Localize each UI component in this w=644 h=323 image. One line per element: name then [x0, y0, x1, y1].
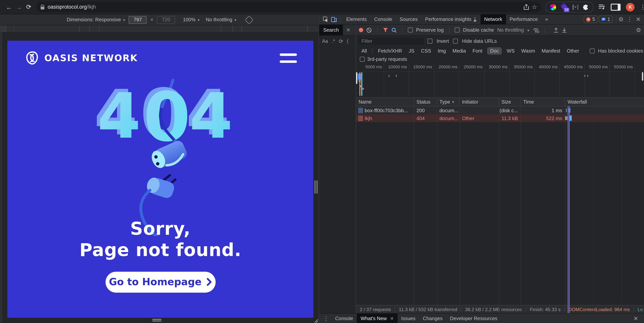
viewport-resize-corner[interactable] — [314, 318, 318, 323]
viewport-resize-handle-right[interactable] — [314, 180, 318, 194]
drawer-menu-icon[interactable]: ⋮ — [323, 315, 329, 322]
drawer-tab-developer-resources[interactable]: Developer Resources — [446, 313, 501, 323]
invert-label: Invert — [436, 38, 449, 44]
filter-chip-all[interactable]: All — [360, 47, 368, 55]
col-waterfall[interactable]: Waterfall — [565, 98, 644, 106]
viewport-width-input[interactable] — [129, 16, 147, 24]
overview-left-handle[interactable] — [356, 72, 357, 84]
filter-chip-fetchxhr[interactable]: Fetch/XHR — [376, 47, 404, 55]
playlist-icon[interactable] — [598, 4, 606, 10]
filter-chip-css[interactable]: CSS — [419, 47, 433, 55]
filter-chip-ws[interactable]: WS — [505, 47, 516, 55]
rotate-viewport-icon[interactable] — [244, 15, 253, 24]
regex-icon[interactable]: .* — [332, 38, 335, 44]
tab-performance[interactable]: Performance — [506, 14, 542, 24]
side-panel-icon[interactable] — [611, 4, 620, 10]
filter-chip-wasm[interactable]: Wasm — [520, 47, 537, 55]
search-network-icon[interactable] — [392, 27, 397, 33]
wallet-extension-icon[interactable]: 18 — [560, 3, 568, 11]
browser-menu-icon[interactable]: ⋮ — [640, 4, 644, 10]
more-tabs-icon[interactable]: » — [542, 14, 552, 24]
third-party-checkbox[interactable] — [360, 57, 365, 62]
clear-icon[interactable] — [366, 27, 372, 33]
devtools-close-icon[interactable]: ✕ — [636, 16, 641, 23]
filter-chip-media[interactable]: Media — [451, 47, 468, 55]
drawer-tab-changes[interactable]: Changes — [419, 313, 446, 323]
throttle-select[interactable]: No throttling ▾ — [206, 17, 236, 23]
devtools-menu-icon[interactable]: ⋮ — [627, 16, 632, 23]
has-blocked-cookies-checkbox[interactable] — [590, 49, 595, 54]
request-row-lkjh[interactable]: lkjh 404 docum... Other 11.3 kB 522 ms — [356, 114, 644, 122]
drawer-close-icon[interactable]: ✕ — [634, 315, 638, 322]
import-icon[interactable] — [554, 27, 558, 33]
overview-scrollbar[interactable] — [642, 72, 643, 81]
menu-hamburger-icon[interactable] — [280, 53, 297, 63]
tab-performance-insights[interactable]: Performance insights — [422, 14, 480, 24]
tab-console[interactable]: Console — [370, 14, 396, 24]
col-size[interactable]: Size — [499, 98, 521, 106]
forward-icon[interactable]: → — [14, 4, 24, 10]
col-status[interactable]: Status — [414, 98, 437, 106]
dimensions-select[interactable]: Dimensions: Responsive ▾ — [67, 17, 125, 23]
zoom-select[interactable]: 100% ▾ — [183, 17, 200, 23]
search-tab[interactable]: Search — [319, 25, 343, 36]
preserve-log-label: Preserve log — [416, 27, 444, 33]
drawer-tab-console[interactable]: Console — [332, 313, 357, 323]
inspect-element-icon[interactable] — [322, 17, 330, 22]
drawer-tab-whats-new[interactable]: What's New ✕ — [357, 313, 398, 323]
bookmark-extension-icon[interactable]: ♥ — [572, 4, 578, 10]
bookmark-star-icon[interactable]: ☆ — [532, 3, 537, 11]
share-icon[interactable] — [524, 4, 529, 10]
search-pane: Search ✕ Aa .* ⟳ ( — [319, 25, 356, 313]
match-case-icon[interactable]: Aa — [322, 38, 328, 44]
go-home-button[interactable]: Go to Homepage — [106, 272, 216, 292]
brand[interactable]: OASIS NETWORK — [25, 51, 138, 65]
address-bar[interactable]: oasisprotocol.org /lkjh ☆ — [36, 2, 542, 13]
filter-chip-js[interactable]: JS — [407, 47, 416, 55]
disable-cache-checkbox[interactable] — [455, 28, 460, 33]
viewport-height-input[interactable] — [157, 16, 175, 24]
network-filter-input[interactable] — [359, 38, 424, 45]
record-icon[interactable] — [359, 28, 363, 32]
col-initiator[interactable]: Initiator — [460, 98, 499, 106]
back-icon[interactable]: ← — [4, 4, 14, 10]
viewport-resize-handle-bottom[interactable] — [152, 319, 162, 321]
col-name[interactable]: Name — [356, 98, 414, 106]
profile-avatar[interactable]: K — [626, 3, 634, 11]
device-toolbar-toggle-icon[interactable] — [330, 17, 338, 22]
oasis-logo-icon — [25, 51, 40, 65]
throttling-select[interactable]: No throttling ▾ — [497, 27, 529, 33]
drawer-tab-close-icon[interactable]: ✕ — [390, 313, 394, 323]
preserve-log-checkbox[interactable] — [408, 28, 413, 33]
error-icon: ✕ — [586, 17, 591, 22]
issues-badge[interactable]: 1 — [599, 16, 612, 23]
tab-elements[interactable]: Elements — [342, 14, 370, 24]
hide-data-urls-label: Hide data URLs — [462, 38, 497, 44]
errors-badge[interactable]: ✕ 5 — [584, 16, 598, 23]
tab-sources[interactable]: Sources — [396, 14, 422, 24]
hide-data-urls-checkbox[interactable] — [453, 39, 458, 44]
search-close-icon[interactable]: ✕ — [346, 27, 350, 33]
request-row-box[interactable]: box-ff00c703c3bb... 200 docum... (disk c… — [356, 106, 644, 114]
reload-icon[interactable]: ⟳ — [24, 3, 34, 11]
filter-chip-img[interactable]: Img — [436, 47, 448, 55]
network-overview-timeline[interactable]: 5000 ms 10000 ms 15000 ms 20000 ms 25000… — [356, 63, 644, 98]
color-wheel-extension-icon[interactable] — [550, 4, 556, 10]
drawer-tab-issues[interactable]: Issues — [398, 313, 419, 323]
filter-chip-other[interactable]: Other — [565, 47, 581, 55]
search-refresh-icon[interactable]: ⟳ — [339, 38, 343, 44]
devtools-settings-icon[interactable]: ⚙ — [618, 16, 624, 23]
filter-chip-font[interactable]: Font — [471, 47, 484, 55]
filter-chip-manifest[interactable]: Manifest — [540, 47, 562, 55]
col-type[interactable]: Type ▼ — [437, 98, 460, 106]
export-icon[interactable] — [562, 27, 567, 33]
search-collapse-icon[interactable]: ( — [347, 38, 349, 44]
network-settings-icon[interactable]: ⚙ — [636, 27, 641, 33]
puzzle-extensions-icon[interactable] — [583, 4, 589, 10]
filter-chip-doc[interactable]: Doc — [487, 47, 502, 55]
col-time[interactable]: Time — [521, 98, 565, 106]
invert-checkbox[interactable] — [428, 39, 432, 44]
network-conditions-icon[interactable] — [532, 27, 539, 33]
tab-network[interactable]: Network — [480, 14, 506, 24]
filter-icon[interactable] — [383, 28, 388, 33]
